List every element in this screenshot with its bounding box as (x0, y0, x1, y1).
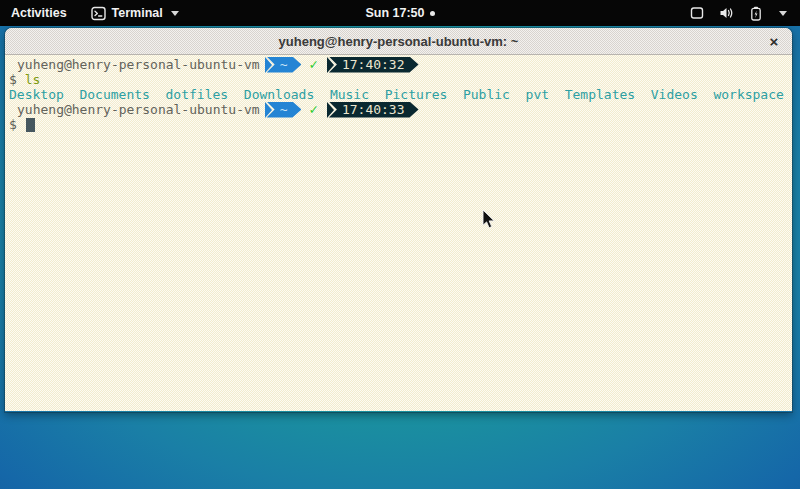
notification-dot (430, 11, 435, 16)
app-menu-label: Terminal (112, 6, 163, 20)
chevron-down-icon (779, 11, 787, 16)
status-check-icon: ✓ (309, 57, 317, 72)
prompt-username: yuheng@henry-personal-ubuntu-vm (9, 102, 260, 117)
prompt-line: yuheng@henry-personal-ubuntu-vm ~ ✓ 17:4… (9, 57, 792, 72)
prompt-char: $ (9, 117, 17, 132)
prompt-time: 17:40:32 (329, 57, 419, 73)
clock-button[interactable]: Sun 17:50 (365, 6, 434, 20)
chevron-down-icon (171, 11, 179, 16)
app-menu-terminal[interactable]: Terminal (81, 0, 189, 26)
window-titlebar[interactable]: yuheng@henry-personal-ubuntu-vm: ~ × (5, 28, 792, 55)
battery-charging-icon (750, 6, 762, 21)
terminal-cursor (26, 118, 35, 132)
status-check-icon: ✓ (309, 102, 317, 117)
prompt-path-segment: ~ (265, 102, 302, 118)
prompt-time-segment: 17:40:33 (327, 102, 419, 118)
prompt-time-segment: 17:40:32 (327, 57, 419, 73)
terminal-window: yuheng@henry-personal-ubuntu-vm: ~ × yuh… (5, 28, 792, 412)
prompt-username: yuheng@henry-personal-ubuntu-vm (9, 57, 260, 72)
terminal-icon (91, 6, 106, 21)
command-text: ls (25, 72, 41, 87)
prompt-time: 17:40:33 (329, 102, 419, 118)
clock-label: Sun 17:50 (365, 6, 424, 20)
terminal-content[interactable]: yuheng@henry-personal-ubuntu-vm ~ ✓ 17:4… (5, 55, 792, 411)
prompt-path: ~ (267, 57, 302, 73)
volume-icon (719, 6, 735, 20)
system-status-area[interactable] (690, 0, 800, 26)
window-title: yuheng@henry-personal-ubuntu-vm: ~ (279, 34, 519, 49)
directory-listing: Desktop Documents dotfiles Downloads Mus… (9, 87, 784, 102)
prompt-path: ~ (267, 102, 302, 118)
command-line: $ (9, 117, 792, 132)
prompt-char: $ (9, 72, 17, 87)
display-icon (690, 6, 704, 20)
activities-button[interactable]: Activities (0, 0, 81, 26)
command-line: $ ls (9, 72, 792, 87)
top-bar: Activities Terminal Sun 17:50 (0, 0, 800, 26)
prompt-path-segment: ~ (265, 57, 302, 73)
activities-label: Activities (11, 6, 67, 20)
output-line: Desktop Documents dotfiles Downloads Mus… (9, 87, 792, 102)
prompt-line: yuheng@henry-personal-ubuntu-vm ~ ✓ 17:4… (9, 102, 792, 117)
close-button[interactable]: × (765, 32, 783, 50)
